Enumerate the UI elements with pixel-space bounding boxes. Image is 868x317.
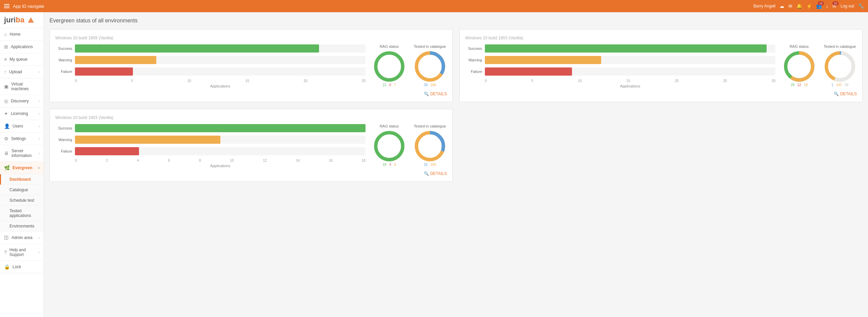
bar-wrapper-warning-win1809 — [75, 56, 366, 64]
env-title-text-win1809: Windows 10 build 1809 — [55, 36, 97, 40]
download-icon[interactable]: ↓ — [826, 3, 828, 9]
sidebar-item-home[interactable]: ⌂ Home — [0, 28, 44, 41]
sidebar-item-evergreen[interactable]: 🌿 Evergreen ▾ — [0, 162, 44, 174]
sub-item-dashboard[interactable]: Dashboard — [0, 174, 44, 185]
sidebar-label-upload: Upload — [9, 70, 22, 74]
env-title-text-win1903a: Windows 10 build 1903 — [465, 36, 507, 40]
vm-icon: ▣ — [4, 84, 8, 89]
lock-icon: 🔒 — [4, 264, 10, 270]
logout-button[interactable]: Log out — [841, 4, 854, 8]
sidebar-item-discovery[interactable]: ◎ Discovery ‹ — [0, 95, 44, 107]
bar-label-success-win1809: Success — [55, 46, 72, 51]
details-link-win1809[interactable]: 🔍 DETAILS — [55, 92, 447, 96]
users-arrow: ‹ — [39, 124, 40, 128]
sidebar-item-lock[interactable]: 🔒 Lock — [0, 261, 44, 273]
search-icon-win1903b: 🔍 — [424, 171, 429, 176]
sidebar-label-lock: Lock — [13, 264, 21, 269]
help-icon: ? — [4, 250, 7, 255]
sub-label-catalogue: Catalogue — [9, 187, 28, 192]
sub-item-testedapps[interactable]: Tested applications — [0, 206, 44, 221]
sub-label-scheduletest: Schedule test — [9, 198, 34, 203]
bar-row-failure-win1903a: Failure — [465, 67, 775, 76]
people-icon-wrapper: 👥 10 — [816, 3, 822, 9]
evergreen-submenu: Dashboard Catalogue Schedule test Tested… — [0, 174, 44, 232]
sub-item-environments[interactable]: Environments — [0, 221, 44, 232]
username: Barry Angell — [753, 4, 775, 8]
env-charts-win1809: Success Warning Failure — [55, 44, 447, 88]
sidebar-item-adminarea[interactable]: ⚿ Admin area ‹ — [0, 232, 44, 244]
rag-chart-win1809 — [374, 51, 405, 82]
env-card-win1809: Windows 10 build 1809 (Vanilla) Success — [50, 29, 453, 102]
discovery-arrow: ‹ — [39, 99, 40, 103]
bar-warning-win1903a — [485, 56, 601, 64]
env-title-win1809: Windows 10 build 1809 (Vanilla) — [55, 35, 447, 40]
svg-marker-0 — [28, 17, 34, 23]
details-link-win1903a[interactable]: 🔍 DETAILS — [465, 92, 857, 96]
menu-button[interactable] — [4, 4, 9, 8]
bar-row-success-win1809: Success — [55, 44, 366, 53]
sidebar-item-upload[interactable]: ↑ Upload ‹ — [0, 66, 44, 78]
rag-donut-win1903a: RAG status 29 12 — [782, 44, 816, 87]
details-link-win1903b[interactable]: 🔍 DETAILS — [55, 171, 447, 176]
sidebar-item-serverinfo[interactable]: 🖥 Server information ‹ — [0, 145, 44, 162]
sidebar-label-myqueue: My queue — [9, 57, 27, 62]
rag-svg-win1809 — [374, 51, 405, 82]
svg-point-1 — [376, 53, 403, 80]
mail-badge: 10 — [832, 1, 839, 5]
sidebar-label-adminarea: Admin area — [12, 235, 32, 240]
home-icon: ⌂ — [4, 32, 7, 37]
sidebar-item-virtualmachines[interactable]: ▣ Virtual machines — [0, 78, 44, 95]
env-subtitle-win1809: (Vanilla) — [99, 36, 113, 40]
wrench-icon[interactable]: 🔧 — [858, 3, 864, 9]
rag-title-win1809: RAG status — [372, 44, 406, 48]
bell-icon[interactable]: 🔔 — [796, 3, 802, 9]
bar-success-win1809 — [75, 44, 319, 53]
topbar: App ID navigate Barry Angell ☁ ✉ 🔔 ⚡ 👥 1… — [0, 0, 868, 12]
sidebar-item-settings[interactable]: ⚙ Settings ‹ — [0, 133, 44, 145]
sub-item-catalogue[interactable]: Catalogue — [0, 185, 44, 195]
app-body: juriba ⌂ Home ⊞ Applications ≡ My queue … — [0, 12, 868, 317]
upload-icon: ↑ — [4, 69, 6, 75]
sidebar-item-helpandsupport[interactable]: ? Help and Support ‹ — [0, 244, 44, 261]
bar-axis-win1809: 0 5 10 15 20 25 — [55, 79, 366, 83]
env-title-win1903b: Windows 10 build 1903 (Vanilla) — [55, 115, 447, 120]
env-subtitle-win1903b: (Vanilla) — [99, 115, 113, 120]
bar-warning-win1809 — [75, 56, 156, 64]
people-badge: 10 — [818, 1, 824, 5]
svg-point-12 — [376, 133, 403, 160]
env-subtitle-win1903a: (Vanilla) — [509, 36, 523, 40]
bar-axis-label-win1809: Applications — [55, 84, 366, 88]
cloud-icon[interactable]: ☁ — [780, 3, 784, 9]
sidebar-item-users[interactable]: 👤 Users ‹ — [0, 120, 44, 133]
topbar-left: App ID navigate — [4, 4, 44, 9]
sidebar-item-applications[interactable]: ⊞ Applications — [0, 41, 44, 53]
tested-donut-win1809: Tested in catalogue 34 166 — [413, 44, 447, 87]
sidebar-label-helpandsupport: Help and Support — [9, 247, 36, 257]
bar-row-warning-win1809: Warning — [55, 56, 366, 64]
evergreen-icon: 🌿 — [4, 165, 10, 171]
bar-failure-win1903a — [485, 67, 572, 76]
env-charts-win1903a: Success Warning Failure — [465, 44, 857, 88]
sidebar-label-evergreen: Evergreen — [13, 165, 33, 170]
sidebar: juriba ⌂ Home ⊞ Applications ≡ My queue … — [0, 12, 44, 317]
bar-chart-win1809: Success Warning Failure — [55, 44, 366, 88]
sidebar-item-licensing[interactable]: ✦ Licensing ‹ — [0, 107, 44, 120]
sidebar-label-licensing: Licensing — [11, 111, 28, 116]
sidebar-label-vm: Virtual machines — [11, 82, 40, 91]
sidebar-item-myqueue[interactable]: ≡ My queue — [0, 53, 44, 66]
environments-grid: Windows 10 build 1809 (Vanilla) Success — [50, 29, 863, 182]
lightning-icon[interactable]: ⚡ — [806, 3, 812, 9]
licensing-icon: ✦ — [4, 111, 8, 116]
bell-icon-wrapper: 🔔 — [796, 3, 802, 9]
message-icon[interactable]: ✉ — [788, 3, 792, 9]
mail-icon-wrapper: ✉ 10 — [832, 3, 836, 9]
tested-donut-win1903b: Tested in catalogue 31 169 — [413, 124, 447, 166]
sub-item-scheduletest[interactable]: Schedule test — [0, 195, 44, 206]
discovery-icon: ◎ — [4, 98, 8, 104]
details-text-win1809: DETAILS — [430, 92, 447, 96]
sidebar-label-serverinfo: Server information — [12, 148, 36, 158]
admin-arrow: ‹ — [39, 236, 40, 240]
bar-success-win1903a — [485, 44, 767, 53]
bar-label-warning-win1809: Warning — [55, 58, 72, 62]
env-title-text-win1903b: Windows 10 build 1903 — [55, 115, 97, 120]
